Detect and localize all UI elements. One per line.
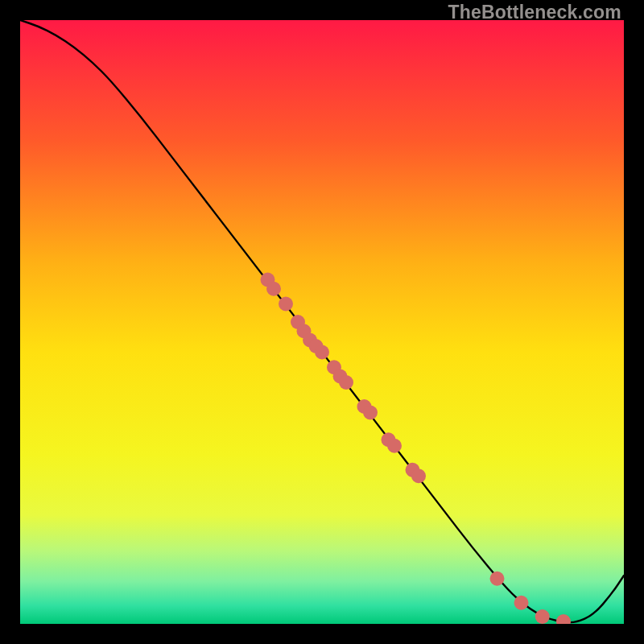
scatter-point (279, 297, 293, 312)
scatter-point (514, 596, 529, 610)
scatter-point (315, 345, 329, 360)
chart-frame (20, 20, 624, 624)
scatter-point (339, 375, 353, 390)
chart-svg (20, 20, 624, 624)
chart-background (20, 20, 624, 624)
watermark-text: TheBottleneck.com (448, 2, 621, 23)
scatter-point (363, 406, 378, 420)
scatter-point (266, 282, 281, 296)
scatter-point (387, 439, 402, 453)
scatter-point (490, 572, 505, 586)
scatter-point (411, 469, 426, 483)
scatter-point (535, 609, 550, 624)
